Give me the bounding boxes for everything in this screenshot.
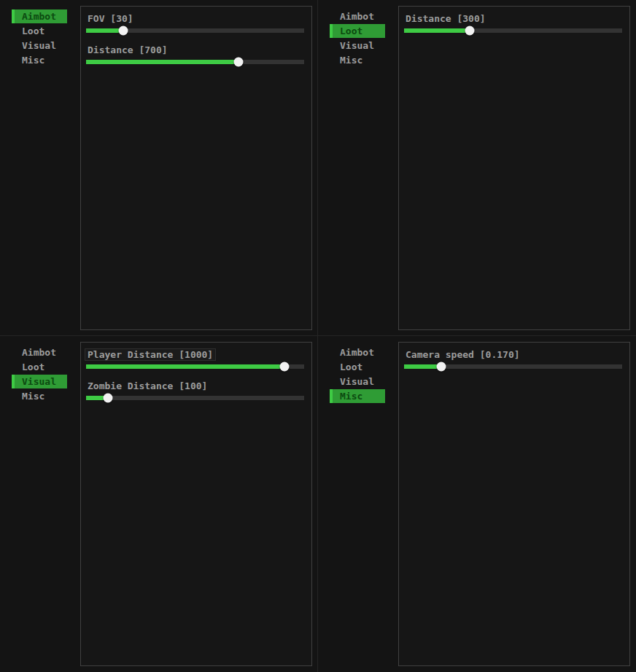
slider-thumb[interactable]	[465, 26, 474, 36]
slider-track-fov-30[interactable]	[86, 28, 304, 33]
tab-loot[interactable]: Loot	[15, 360, 77, 374]
panel-visual: Player Distance [1000]Zombie Distance [1…	[80, 342, 312, 666]
slider-fill	[86, 364, 284, 369]
slider-thumb[interactable]	[118, 26, 128, 36]
sidebar-loot: AimbotLootVisualMisc	[333, 9, 395, 67]
quadrant-aimbot: AimbotLootVisualMiscFOV [30]Distance [70…	[0, 0, 318, 336]
tab-aimbot[interactable]: Aimbot	[333, 345, 395, 359]
slider-label: Camera speed [0.170]	[406, 349, 520, 360]
quadrant-loot: AimbotLootVisualMiscDistance [300]	[318, 0, 636, 336]
tab-loot[interactable]: Loot	[15, 24, 77, 38]
slider-fill	[86, 60, 238, 64]
slider-label-row: Distance [300]	[406, 12, 623, 25]
tab-misc[interactable]: Misc	[333, 53, 395, 67]
sidebar-aimbot: AimbotLootVisualMisc	[15, 9, 77, 67]
tab-visual[interactable]: Visual	[333, 375, 395, 388]
tab-visual[interactable]: Visual	[15, 39, 77, 52]
slider-fill	[404, 364, 441, 369]
tab-misc[interactable]: Misc	[15, 389, 77, 403]
slider-fill	[404, 28, 470, 33]
slider-label: Player Distance [1000]	[85, 349, 215, 360]
quadrant-visual: AimbotLootVisualMiscPlayer Distance [100…	[0, 336, 318, 672]
tab-loot[interactable]: Loot	[333, 24, 385, 38]
slider-distance-700: Distance [700]	[88, 43, 305, 64]
slider-label: FOV [30]	[88, 13, 133, 24]
slider-zombie-distance-100: Zombie Distance [100]	[88, 379, 305, 400]
slider-label: Distance [700]	[88, 44, 168, 55]
slider-label-row: Distance [700]	[88, 43, 305, 56]
cheat-menu: AimbotLootVisualMiscFOV [30]Distance [70…	[0, 0, 636, 672]
slider-thumb[interactable]	[436, 362, 446, 372]
slider-label: Distance [300]	[406, 13, 486, 24]
slider-thumb[interactable]	[280, 362, 290, 372]
slider-track-camera-speed-0-170[interactable]	[404, 364, 622, 369]
slider-track-player-distance-1000[interactable]	[86, 364, 304, 369]
tab-visual[interactable]: Visual	[15, 375, 67, 388]
slider-label-row: Zombie Distance [100]	[88, 379, 305, 392]
slider-thumb[interactable]	[103, 394, 112, 403]
slider-label-row: Player Distance [1000]	[88, 348, 305, 361]
tab-aimbot[interactable]: Aimbot	[333, 9, 395, 23]
panel-misc: Camera speed [0.170]	[398, 342, 630, 666]
sidebar-visual: AimbotLootVisualMisc	[15, 345, 77, 403]
sidebar-misc: AimbotLootVisualMisc	[333, 345, 395, 403]
slider-player-distance-1000: Player Distance [1000]	[88, 348, 305, 369]
slider-fov-30: FOV [30]	[88, 12, 305, 33]
slider-thumb[interactable]	[234, 58, 244, 67]
tab-aimbot[interactable]: Aimbot	[15, 345, 77, 359]
slider-track-zombie-distance-100[interactable]	[86, 396, 304, 400]
tab-loot[interactable]: Loot	[333, 360, 395, 374]
tab-misc[interactable]: Misc	[15, 53, 77, 67]
slider-distance-300: Distance [300]	[406, 12, 623, 33]
slider-track-distance-300[interactable]	[404, 28, 622, 33]
slider-label-row: FOV [30]	[88, 12, 305, 25]
slider-camera-speed-0-170: Camera speed [0.170]	[406, 348, 623, 369]
panel-loot: Distance [300]	[398, 6, 630, 330]
tab-misc[interactable]: Misc	[333, 389, 385, 403]
slider-fill	[86, 28, 123, 33]
quadrant-misc: AimbotLootVisualMiscCamera speed [0.170]	[318, 336, 636, 672]
panel-aimbot: FOV [30]Distance [700]	[80, 6, 312, 330]
slider-label: Zombie Distance [100]	[88, 380, 207, 391]
slider-label-row: Camera speed [0.170]	[406, 348, 623, 361]
tab-visual[interactable]: Visual	[333, 39, 395, 52]
tab-aimbot[interactable]: Aimbot	[15, 9, 67, 23]
slider-track-distance-700[interactable]	[86, 60, 304, 64]
